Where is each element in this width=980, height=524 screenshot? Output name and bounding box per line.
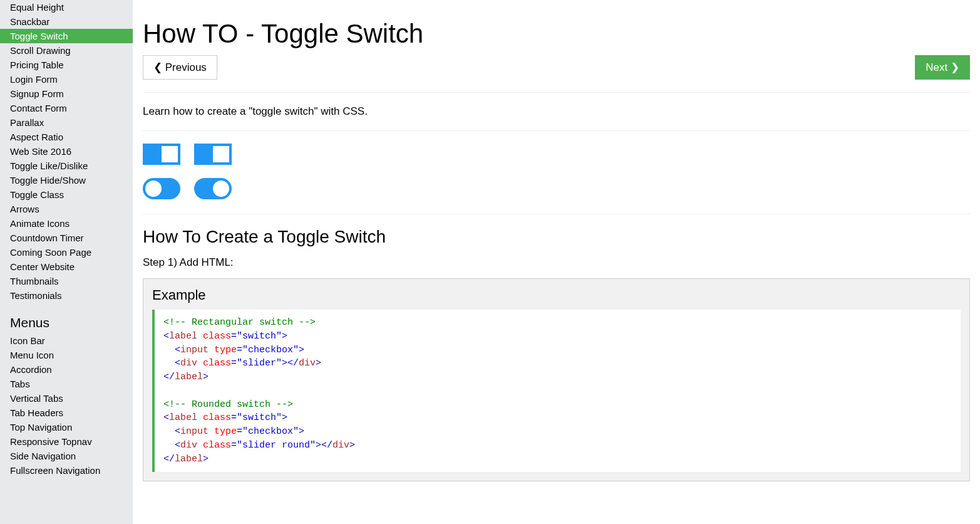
sidebar-item[interactable]: Responsive Topnav bbox=[0, 434, 133, 449]
sidebar-item[interactable]: Fullscreen Navigation bbox=[0, 463, 133, 478]
sidebar-item[interactable]: Coming Soon Page bbox=[0, 245, 133, 259]
toggle-switch-square[interactable] bbox=[143, 144, 180, 165]
main-content: How TO - Toggle Switch ❮ Previous Next ❯… bbox=[133, 0, 980, 524]
sidebar-item[interactable]: Toggle Switch bbox=[0, 29, 133, 43]
sidebar-item[interactable]: Icon Bar bbox=[0, 333, 133, 348]
next-button[interactable]: Next ❯ bbox=[915, 55, 970, 80]
sidebar-item[interactable]: Equal Height bbox=[0, 0, 133, 14]
sidebar-item[interactable]: Toggle Like/Dislike bbox=[0, 159, 133, 173]
sidebar-item[interactable]: Aspect Ratio bbox=[0, 130, 133, 144]
sidebar-item[interactable]: Toggle Class bbox=[0, 187, 133, 202]
sidebar-item[interactable]: Web Site 2016 bbox=[0, 144, 133, 159]
sidebar-item[interactable]: Contact Form bbox=[0, 101, 133, 115]
code-block: <!-- Rectangular switch --> <label class… bbox=[152, 310, 961, 472]
sidebar-item[interactable]: Vertical Tabs bbox=[0, 391, 133, 406]
sidebar-item[interactable]: Signup Form bbox=[0, 86, 133, 101]
square-switch-row bbox=[143, 144, 970, 167]
sidebar-item[interactable]: Menu Icon bbox=[0, 348, 133, 362]
sidebar-item[interactable]: Testimonials bbox=[0, 288, 133, 303]
page-title: How TO - Toggle Switch bbox=[143, 19, 970, 49]
sidebar-item[interactable]: Countdown Timer bbox=[0, 231, 133, 245]
divider bbox=[143, 92, 970, 93]
sidebar-heading-menus: Menus bbox=[0, 303, 133, 333]
sidebar-item[interactable]: Pricing Table bbox=[0, 58, 133, 72]
intro-text: Learn how to create a "toggle switch" wi… bbox=[143, 105, 970, 118]
toggle-switch-round[interactable] bbox=[194, 178, 232, 199]
step-text: Step 1) Add HTML: bbox=[143, 256, 970, 269]
divider bbox=[143, 130, 970, 131]
sidebar-item[interactable]: Scroll Drawing bbox=[0, 43, 133, 58]
round-switch-row bbox=[143, 178, 970, 201]
sidebar-item[interactable]: Accordion bbox=[0, 362, 133, 377]
sidebar-item[interactable]: Thumbnails bbox=[0, 274, 133, 288]
sidebar: Equal HeightSnackbarToggle SwitchScroll … bbox=[0, 0, 133, 524]
sidebar-item[interactable]: Side Navigation bbox=[0, 449, 133, 463]
sidebar-item[interactable]: Animate Icons bbox=[0, 216, 133, 231]
toggle-switch-round[interactable] bbox=[143, 178, 180, 199]
section-title: How To Create a Toggle Switch bbox=[143, 227, 970, 247]
example-label: Example bbox=[152, 287, 961, 303]
sidebar-item[interactable]: Arrows bbox=[0, 202, 133, 216]
sidebar-item[interactable]: Snackbar bbox=[0, 14, 133, 29]
sidebar-item[interactable]: Center Website bbox=[0, 259, 133, 274]
sidebar-item[interactable]: Tabs bbox=[0, 377, 133, 391]
divider bbox=[143, 214, 970, 214]
sidebar-item[interactable]: Top Navigation bbox=[0, 420, 133, 434]
sidebar-item[interactable]: Toggle Hide/Show bbox=[0, 173, 133, 187]
toggle-switch-square[interactable] bbox=[194, 144, 232, 165]
sidebar-item[interactable]: Parallax bbox=[0, 115, 133, 130]
previous-button[interactable]: ❮ Previous bbox=[143, 55, 217, 80]
sidebar-item[interactable]: Tab Headers bbox=[0, 406, 133, 420]
example-box: Example <!-- Rectangular switch --> <lab… bbox=[143, 278, 970, 481]
sidebar-item[interactable]: Login Form bbox=[0, 72, 133, 86]
